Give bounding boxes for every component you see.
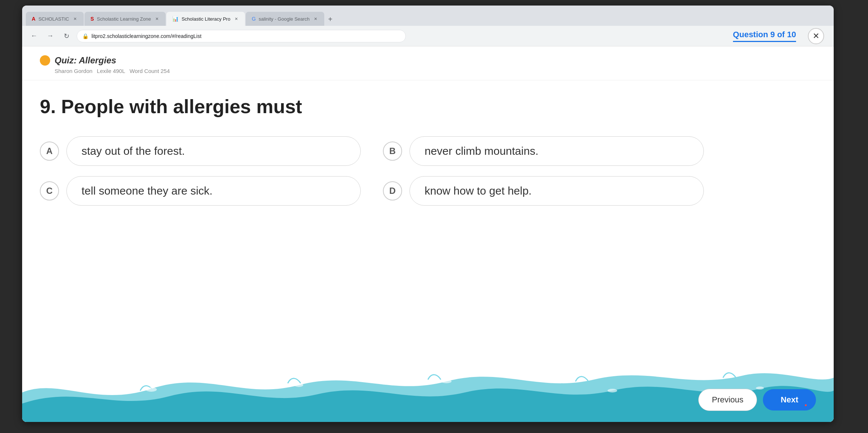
option-row-c: C tell someone they are sick.: [40, 176, 361, 206]
tab-scholastic[interactable]: A SCHOLASTIC ✕: [26, 12, 84, 26]
tab-google-close[interactable]: ✕: [312, 16, 318, 22]
question-area: 9. People with allergies must A stay out…: [22, 80, 834, 220]
secure-icon: 🔒: [82, 33, 89, 39]
slz-icon: S: [90, 16, 94, 22]
main-content: Quiz: Allergies Sharon Gordon Lexile 490…: [22, 46, 834, 422]
back-button[interactable]: ←: [28, 30, 40, 42]
question-body: People with allergies must: [61, 96, 302, 117]
tab-scholastic-label: SCHOLASTIC: [38, 16, 69, 22]
quiz-meta: Sharon Gordon Lexile 490L Word Count 254: [55, 68, 816, 74]
tab-scholastic-close[interactable]: ✕: [72, 16, 78, 22]
option-letter-a[interactable]: A: [40, 142, 59, 161]
svg-point-1: [294, 383, 303, 387]
svg-point-0: [146, 387, 157, 392]
option-box-d[interactable]: know how to get help.: [409, 176, 704, 206]
tab-slp[interactable]: 📊 Scholastic Literacy Pro ✕: [166, 12, 245, 26]
option-row-a: A stay out of the forest.: [40, 136, 361, 166]
close-button[interactable]: ✕: [808, 28, 824, 44]
option-box-c[interactable]: tell someone they are sick.: [66, 176, 361, 206]
address-bar: ← → ↻ 🔒 litpro2.scholasticlearningzone.c…: [22, 26, 834, 46]
scholastic-icon: A: [32, 16, 35, 22]
quiz-author: Sharon Gordon: [55, 68, 93, 74]
svg-point-3: [608, 389, 617, 392]
tab-google[interactable]: G salinity - Google Search ✕: [246, 12, 324, 26]
question-number: 9.: [40, 96, 56, 117]
url-text: litpro2.scholasticlearningzone.com/#/rea…: [91, 33, 201, 39]
browser-frame: A SCHOLASTIC ✕ S Scholastic Learning Zon…: [22, 6, 834, 422]
quiz-header: Quiz: Allergies Sharon Gordon Lexile 490…: [22, 46, 834, 80]
quiz-dot: [40, 55, 50, 66]
next-button[interactable]: Next: [763, 389, 816, 411]
quiz-word-count: Word Count 254: [129, 68, 170, 74]
option-row-b: B never climb mountains.: [383, 136, 704, 166]
ocean-decoration: [22, 348, 834, 422]
svg-point-2: [441, 380, 452, 383]
tab-google-label: salinity - Google Search: [259, 16, 309, 22]
question-indicator: Question 9 of 10: [733, 30, 796, 42]
option-box-b[interactable]: never climb mountains.: [409, 136, 704, 166]
options-grid: A stay out of the forest. B never climb …: [40, 136, 704, 206]
new-tab-button[interactable]: +: [325, 14, 335, 24]
forward-button[interactable]: →: [44, 30, 56, 42]
google-icon: G: [252, 16, 256, 22]
slp-icon: 📊: [172, 16, 179, 22]
url-bar[interactable]: 🔒 litpro2.scholasticlearningzone.com/#/r…: [77, 30, 406, 42]
quiz-lexile: Lexile 490L: [97, 68, 125, 74]
tab-slp-label: Scholastic Literacy Pro: [181, 16, 230, 22]
option-box-a[interactable]: stay out of the forest.: [66, 136, 361, 166]
tab-slz-label: Scholastic Learning Zone: [97, 16, 151, 22]
option-row-d: D know how to get help.: [383, 176, 704, 206]
refresh-button[interactable]: ↻: [60, 30, 72, 42]
tab-slp-close[interactable]: ✕: [233, 16, 239, 22]
quiz-title: Quiz: Allergies: [55, 55, 116, 66]
option-letter-c[interactable]: C: [40, 181, 59, 200]
tab-slz[interactable]: S Scholastic Learning Zone ✕: [84, 12, 166, 26]
tab-slz-close[interactable]: ✕: [154, 16, 160, 22]
option-letter-b[interactable]: B: [383, 142, 402, 161]
bottom-buttons: Previous Next: [698, 389, 816, 411]
previous-button[interactable]: Previous: [698, 389, 757, 411]
option-letter-d[interactable]: D: [383, 181, 402, 200]
tab-bar: A SCHOLASTIC ✕ S Scholastic Learning Zon…: [22, 6, 834, 26]
question-text: 9. People with allergies must: [40, 95, 816, 118]
quiz-title-row: Quiz: Allergies: [40, 55, 816, 66]
